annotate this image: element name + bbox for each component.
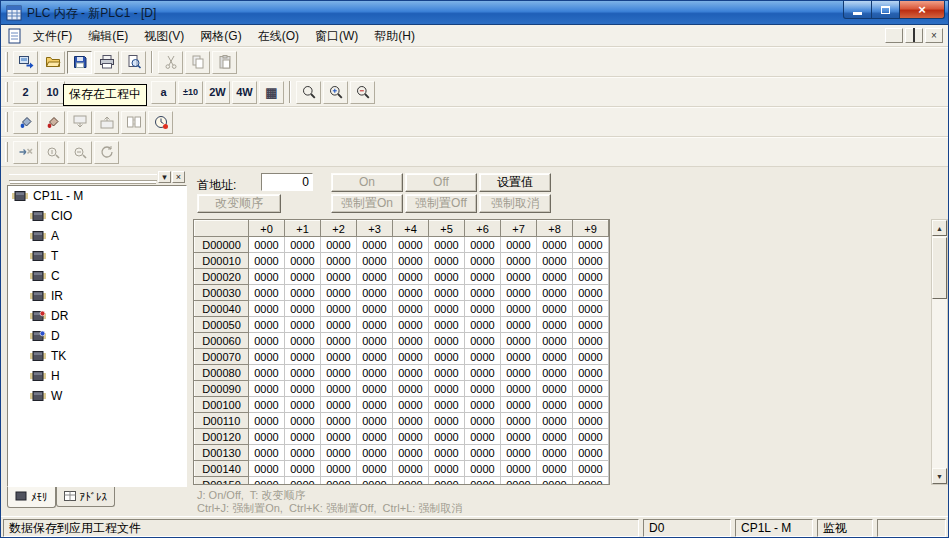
memory-cell[interactable]: 0000 xyxy=(357,349,393,365)
mdi-restore-button[interactable] xyxy=(905,28,923,43)
memory-cell[interactable]: 0000 xyxy=(573,429,609,445)
force-refresh-button[interactable] xyxy=(94,141,119,164)
memory-cell[interactable]: 0000 xyxy=(537,349,573,365)
memory-cell[interactable]: 0000 xyxy=(249,285,285,301)
memory-cell[interactable]: 0000 xyxy=(429,269,465,285)
sidebar-item-tk[interactable]: TK xyxy=(8,346,186,366)
memory-cell[interactable]: 0000 xyxy=(393,349,429,365)
memory-cell[interactable]: 0000 xyxy=(501,365,537,381)
memory-cell[interactable]: 0000 xyxy=(573,317,609,333)
quad-word-button[interactable]: 4W xyxy=(232,81,257,104)
memory-cell[interactable]: 0000 xyxy=(357,333,393,349)
memory-cell[interactable]: 0000 xyxy=(321,365,357,381)
close-button[interactable]: × xyxy=(900,1,945,19)
memory-cell[interactable]: 0000 xyxy=(465,349,501,365)
column-header[interactable]: +8 xyxy=(537,221,573,237)
memory-cell[interactable]: 0000 xyxy=(357,301,393,317)
row-header[interactable]: D00000 xyxy=(195,237,249,253)
memory-cell[interactable]: 0000 xyxy=(501,477,537,486)
radix-binary-button[interactable]: 2 xyxy=(13,81,38,104)
row-header[interactable]: D00130 xyxy=(195,445,249,461)
memory-cell[interactable]: 0000 xyxy=(429,429,465,445)
memory-cell[interactable]: 0000 xyxy=(357,429,393,445)
memory-cell[interactable]: 0000 xyxy=(501,317,537,333)
memory-cell[interactable]: 0000 xyxy=(249,445,285,461)
memory-cell[interactable]: 0000 xyxy=(321,253,357,269)
menu-grid[interactable]: 网格(G) xyxy=(192,25,249,47)
memory-cell[interactable]: 0000 xyxy=(573,269,609,285)
memory-cell[interactable]: 0000 xyxy=(285,397,321,413)
memory-cell[interactable]: 0000 xyxy=(573,445,609,461)
memory-cell[interactable]: 0000 xyxy=(429,333,465,349)
sidebar-grip[interactable] xyxy=(9,174,157,181)
memory-cell[interactable]: 0000 xyxy=(285,477,321,486)
memory-cell[interactable]: 0000 xyxy=(573,397,609,413)
memory-cell[interactable]: 0000 xyxy=(537,413,573,429)
memory-cell[interactable]: 0000 xyxy=(501,285,537,301)
sidebar-item-w[interactable]: W xyxy=(8,386,186,406)
memory-cell[interactable]: 0000 xyxy=(537,429,573,445)
memory-cell[interactable]: 0000 xyxy=(501,301,537,317)
memory-cell[interactable]: 0000 xyxy=(393,365,429,381)
row-header[interactable]: D00050 xyxy=(195,317,249,333)
memory-cell[interactable]: 0000 xyxy=(285,461,321,477)
memory-cell[interactable]: 0000 xyxy=(357,445,393,461)
memory-cell[interactable]: 0000 xyxy=(249,317,285,333)
memory-cell[interactable]: 0000 xyxy=(429,349,465,365)
zoom-out-button[interactable] xyxy=(350,81,375,104)
memory-cell[interactable]: 0000 xyxy=(249,253,285,269)
radix-decimal-button[interactable]: 10 xyxy=(40,81,65,104)
force-set-on-button[interactable]: 强制置On xyxy=(331,194,403,213)
memory-cell[interactable]: 0000 xyxy=(249,349,285,365)
memory-cell[interactable]: 0000 xyxy=(429,317,465,333)
memory-cell[interactable]: 0000 xyxy=(321,397,357,413)
row-header[interactable]: D00070 xyxy=(195,349,249,365)
menu-view[interactable]: 视图(V) xyxy=(136,25,192,47)
memory-cell[interactable]: 0000 xyxy=(429,397,465,413)
address-columns-button[interactable]: ▦ xyxy=(259,81,284,104)
column-header[interactable]: +1 xyxy=(285,221,321,237)
memory-cell[interactable]: 0000 xyxy=(321,381,357,397)
memory-cell[interactable]: 0000 xyxy=(357,253,393,269)
memory-cell[interactable]: 0000 xyxy=(393,397,429,413)
memory-cell[interactable]: 0000 xyxy=(501,429,537,445)
memory-cell[interactable]: 0000 xyxy=(393,381,429,397)
radix-text-button[interactable]: a xyxy=(151,81,176,104)
memory-cell[interactable]: 0000 xyxy=(573,237,609,253)
menu-file[interactable]: 文件(F) xyxy=(25,25,80,47)
memory-cell[interactable]: 0000 xyxy=(429,477,465,486)
sidebar-dock-button[interactable]: ▾ xyxy=(158,171,171,183)
memory-cell[interactable]: 0000 xyxy=(249,269,285,285)
double-word-button[interactable]: 2W xyxy=(205,81,230,104)
sidebar-item-cio[interactable]: CIO xyxy=(8,206,186,226)
row-header[interactable]: D00020 xyxy=(195,269,249,285)
memory-cell[interactable]: 0000 xyxy=(321,461,357,477)
memory-cell[interactable]: 0000 xyxy=(573,333,609,349)
transfer-to-plc-memory-button[interactable] xyxy=(67,111,92,134)
memory-cell[interactable]: 0000 xyxy=(537,333,573,349)
row-header[interactable]: D00110 xyxy=(195,413,249,429)
memory-cell[interactable]: 0000 xyxy=(465,253,501,269)
column-header[interactable]: +3 xyxy=(357,221,393,237)
memory-cell[interactable]: 0000 xyxy=(357,477,393,486)
memory-cell[interactable]: 0000 xyxy=(501,269,537,285)
row-header[interactable]: D00060 xyxy=(195,333,249,349)
memory-cell[interactable]: 0000 xyxy=(537,397,573,413)
memory-cell[interactable]: 0000 xyxy=(465,445,501,461)
memory-cell[interactable]: 0000 xyxy=(501,253,537,269)
row-header[interactable]: D00140 xyxy=(195,461,249,477)
sidebar-item-root[interactable]: CP1L - M xyxy=(8,186,186,206)
memory-cell[interactable]: 0000 xyxy=(285,333,321,349)
memory-cell[interactable]: 0000 xyxy=(393,413,429,429)
radix-signed-decimal-button[interactable]: ±10 xyxy=(178,81,203,104)
menu-online[interactable]: 在线(O) xyxy=(250,25,307,47)
memory-cell[interactable]: 0000 xyxy=(465,477,501,486)
transfer-to-plc-button[interactable] xyxy=(13,51,38,74)
memory-cell[interactable]: 0000 xyxy=(249,413,285,429)
memory-cell[interactable]: 0000 xyxy=(465,365,501,381)
toolbar-grip[interactable] xyxy=(5,82,8,102)
memory-cell[interactable]: 0000 xyxy=(285,317,321,333)
scroll-up-button[interactable]: ▲ xyxy=(932,220,947,236)
memory-cell[interactable]: 0000 xyxy=(465,317,501,333)
memory-cell[interactable]: 0000 xyxy=(429,285,465,301)
